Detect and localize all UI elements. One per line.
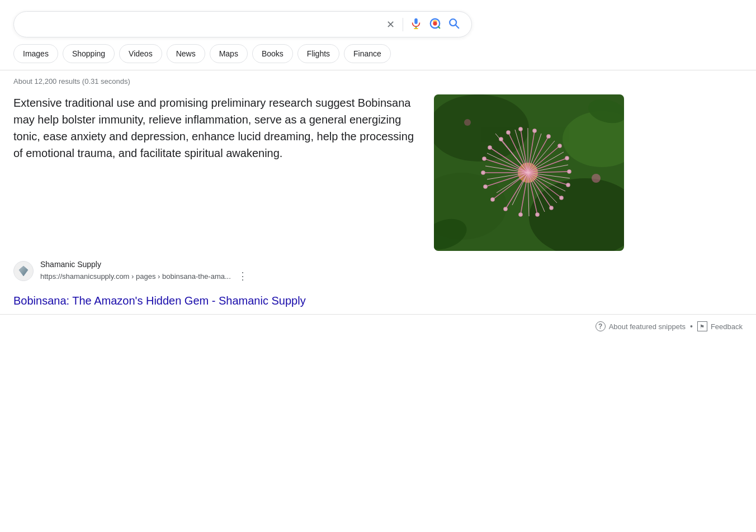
svg-point-44: [566, 183, 570, 187]
svg-point-38: [491, 198, 494, 201]
result-link[interactable]: Bobinsana: The Amazon's Hidden Gem - Sha…: [0, 294, 756, 307]
svg-point-35: [483, 157, 486, 160]
snippet-image: [434, 94, 624, 251]
about-snippets-label: About featured snippets: [609, 322, 686, 331]
snippet-content: Extensive traditional use and promising …: [13, 94, 702, 251]
lens-icon[interactable]: [429, 17, 441, 31]
source-menu-icon[interactable]: ⋮: [238, 270, 248, 282]
svg-point-49: [533, 129, 536, 132]
question-icon: ?: [596, 321, 606, 331]
tab-shopping[interactable]: Shopping: [63, 44, 115, 63]
search-input[interactable]: bobinsana benefits: [25, 20, 379, 30]
tab-books[interactable]: Books: [252, 44, 293, 63]
search-icons: ✕: [385, 17, 460, 31]
svg-point-50: [519, 127, 522, 131]
svg-point-45: [568, 170, 571, 173]
svg-point-47: [558, 144, 561, 148]
search-tabs: Images Shopping Videos News Maps Books F…: [0, 37, 756, 63]
snippet-text: Extensive traditional use and promising …: [13, 94, 416, 162]
svg-point-4: [433, 21, 437, 25]
svg-marker-74: [19, 266, 28, 276]
dot-separator: •: [690, 322, 693, 331]
source-favicon: [13, 261, 34, 281]
svg-point-40: [519, 213, 522, 216]
svg-point-42: [550, 206, 553, 210]
feedback-label: Feedback: [711, 322, 743, 331]
source-name: Shamanic Supply: [40, 260, 248, 269]
tab-news[interactable]: News: [167, 44, 205, 63]
bottom-bar: ? About featured snippets • ⚑ Feedback: [0, 314, 756, 338]
svg-line-5: [438, 27, 440, 28]
clear-icon[interactable]: ✕: [385, 19, 396, 30]
svg-point-71: [592, 174, 601, 183]
svg-rect-0: [414, 18, 418, 24]
results-count: About 12,200 results (0.31 seconds): [0, 70, 756, 90]
svg-point-37: [484, 185, 487, 188]
feedback-button[interactable]: ⚑ Feedback: [697, 321, 743, 331]
tab-images[interactable]: Images: [13, 44, 58, 63]
search-header: bobinsana benefits ✕: [0, 0, 756, 37]
search-divider: [403, 18, 403, 31]
svg-point-72: [464, 119, 471, 126]
featured-snippet: Extensive traditional use and promising …: [0, 90, 716, 291]
svg-point-41: [536, 213, 539, 216]
search-box: bobinsana benefits ✕: [13, 11, 472, 37]
svg-point-34: [488, 146, 492, 149]
tab-finance[interactable]: Finance: [344, 44, 391, 63]
mic-icon[interactable]: [410, 17, 422, 31]
svg-point-46: [565, 156, 569, 160]
source-row: Shamanic Supply https://shamanicsupply.c…: [13, 260, 702, 282]
about-featured-snippets[interactable]: ? About featured snippets: [596, 321, 686, 331]
svg-point-43: [560, 196, 563, 200]
svg-point-48: [547, 135, 550, 138]
source-details: Shamanic Supply https://shamanicsupply.c…: [40, 260, 248, 282]
tab-maps[interactable]: Maps: [210, 44, 248, 63]
svg-line-7: [456, 25, 459, 28]
svg-point-39: [504, 207, 507, 211]
tab-videos[interactable]: Videos: [119, 44, 162, 63]
source-url: https://shamanicsupply.com › pages › bob…: [40, 272, 231, 281]
svg-point-51: [507, 131, 510, 134]
tab-flights[interactable]: Flights: [297, 44, 339, 63]
source-url-row: https://shamanicsupply.com › pages › bob…: [40, 270, 248, 282]
svg-point-36: [481, 171, 485, 174]
feedback-flag-icon: ⚑: [697, 321, 707, 331]
search-button-icon[interactable]: [448, 17, 460, 31]
